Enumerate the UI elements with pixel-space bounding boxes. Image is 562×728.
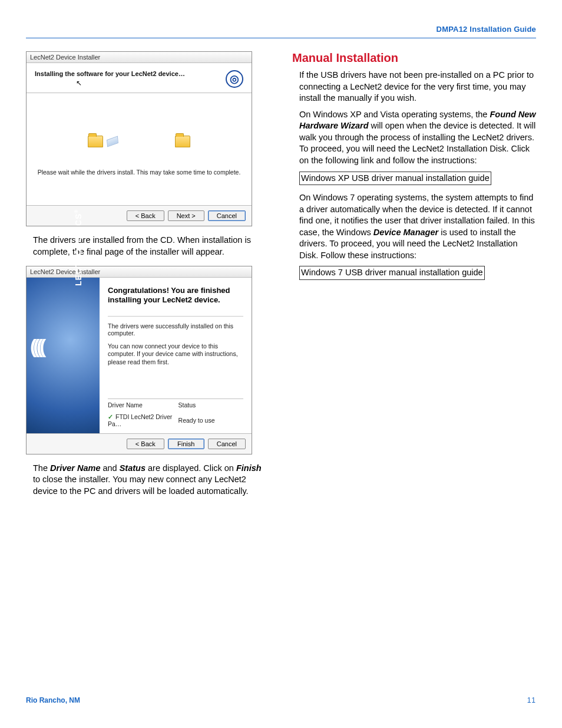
brand-logo: (((( LECTROSONICS® xyxy=(30,327,42,342)
window-body: Please wait while the drivers install. T… xyxy=(27,93,252,205)
install-animation xyxy=(27,136,252,147)
instruction-message: You can now connect your device to this … xyxy=(108,342,243,367)
folder-dest-icon xyxy=(175,136,190,147)
status-cell: Ready to use xyxy=(178,417,243,424)
link-xp-guide[interactable]: Windows XP USB driver manual installatio… xyxy=(299,172,491,186)
right-column: Manual Installation If the USB drivers h… xyxy=(292,51,536,505)
cancel-button[interactable]: Cancel xyxy=(208,439,246,449)
installing-label: Installing the software for your LecNet2… xyxy=(35,70,226,77)
brand-spiral-icon: ◎ xyxy=(226,70,243,88)
installer-window-finished: LecNet2 Device Installer (((( LECTROSONI… xyxy=(26,266,252,454)
col-driver-name: Driver Name xyxy=(108,401,178,409)
table-row: ✓FTDI LecNet2 Driver Pa… Ready to use xyxy=(108,412,243,429)
check-icon: ✓ xyxy=(108,413,113,420)
page-header: DMPA12 Installation Guide xyxy=(26,24,536,38)
finish-button[interactable]: Finish xyxy=(168,439,204,449)
driver-name-cell: FTDI LecNet2 Driver Pa… xyxy=(108,413,172,427)
right-paragraph-1: If the USB drivers have not been pre-ins… xyxy=(299,70,536,104)
brand-arcs-icon: (((( xyxy=(30,340,42,352)
driver-table: Driver Name Status ✓FTDI LecNet2 Driver … xyxy=(108,398,243,429)
back-button[interactable]: < Back xyxy=(127,210,164,221)
success-message: The drivers were successfully installed … xyxy=(108,322,243,337)
left-paragraph-2: The Driver Name and Status are displayed… xyxy=(33,463,270,498)
window-header: Installing the software for your LecNet2… xyxy=(27,63,252,93)
window-titlebar: LecNet2 Device Installer xyxy=(27,266,252,278)
header-title: DMPA12 Installation Guide xyxy=(437,25,536,34)
col-status: Status xyxy=(178,401,243,409)
page-footer: Rio Rancho, NM 11 xyxy=(26,696,536,704)
section-heading: Manual Installation xyxy=(292,51,536,65)
left-paragraph-1: The drivers are installed from the CD. W… xyxy=(33,235,270,258)
window-footer: < Back Finish Cancel xyxy=(27,433,252,454)
window-titlebar: LecNet2 Device Installer xyxy=(27,52,252,63)
right-paragraph-2: On Windows XP and Vista operating system… xyxy=(299,109,536,167)
back-button[interactable]: < Back xyxy=(127,439,164,449)
table-header: Driver Name Status xyxy=(108,399,243,412)
window-side-banner: (((( LECTROSONICS® xyxy=(27,278,100,433)
link-win7-guide[interactable]: Windows 7 USB driver manual installation… xyxy=(299,266,485,280)
install-wait-message: Please wait while the drivers install. T… xyxy=(27,169,252,176)
installer-window-installing: LecNet2 Device Installer Installing the … xyxy=(26,51,252,226)
cursor-icon: ↖ xyxy=(76,79,82,87)
folder-source-icon xyxy=(88,136,103,147)
footer-location: Rio Rancho, NM xyxy=(26,696,80,704)
window-body: (((( LECTROSONICS® Congratulations! You … xyxy=(27,278,252,433)
cancel-button[interactable]: Cancel xyxy=(208,210,246,221)
left-column: LecNet2 Device Installer Installing the … xyxy=(26,51,270,505)
paper-plane-icon xyxy=(107,136,118,147)
right-paragraph-3: On Windows 7 operating systems, the syst… xyxy=(299,192,536,261)
window-footer: < Back Next > Cancel xyxy=(27,205,252,226)
congrats-heading: Congratulations! You are finished instal… xyxy=(108,286,243,305)
next-button[interactable]: Next > xyxy=(168,210,204,221)
page-number: 11 xyxy=(527,696,536,704)
two-column-layout: LecNet2 Device Installer Installing the … xyxy=(26,51,536,505)
window-main: Congratulations! You are finished instal… xyxy=(100,278,252,433)
